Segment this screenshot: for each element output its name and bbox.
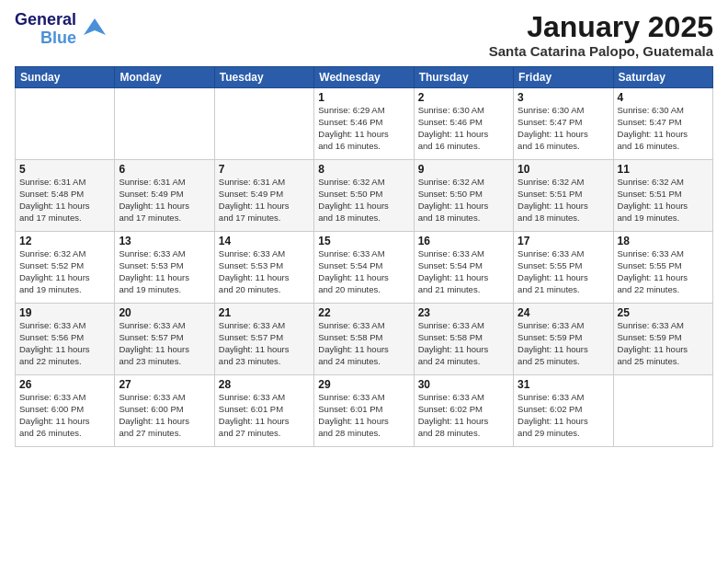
day-number: 12: [19, 235, 110, 247]
calendar-cell: 5Sunrise: 6:31 AMSunset: 5:48 PMDaylight…: [16, 160, 115, 232]
svg-marker-0: [84, 18, 106, 35]
day-number: 17: [518, 235, 609, 247]
day-number: 11: [618, 163, 709, 176]
calendar-body: 1Sunrise: 6:29 AMSunset: 5:46 PMDaylight…: [16, 88, 713, 447]
logo-bird-icon: [82, 17, 108, 42]
weekday-header-wednesday: Wednesday: [314, 67, 414, 88]
title-block: January 2025 Santa Catarina Palopo, Guat…: [489, 11, 713, 59]
page: General Blue January 2025 Santa Catarina…: [0, 0, 728, 563]
weekday-header-friday: Friday: [514, 67, 613, 88]
day-info: Sunrise: 6:33 AMSunset: 6:00 PMDaylight:…: [19, 392, 110, 439]
day-info: Sunrise: 6:33 AMSunset: 5:58 PMDaylight:…: [418, 320, 509, 367]
calendar-cell: 17Sunrise: 6:33 AMSunset: 5:55 PMDayligh…: [514, 232, 613, 304]
weekday-header-tuesday: Tuesday: [214, 67, 313, 88]
day-info: Sunrise: 6:33 AMSunset: 5:56 PMDaylight:…: [19, 320, 110, 367]
day-info: Sunrise: 6:32 AMSunset: 5:51 PMDaylight:…: [518, 177, 609, 224]
calendar-cell: 8Sunrise: 6:32 AMSunset: 5:50 PMDaylight…: [314, 160, 414, 232]
day-number: 26: [19, 378, 110, 391]
day-info: Sunrise: 6:29 AMSunset: 5:46 PMDaylight:…: [318, 105, 409, 152]
day-number: 22: [318, 306, 409, 319]
calendar-cell: 22Sunrise: 6:33 AMSunset: 5:58 PMDayligh…: [314, 304, 414, 375]
day-info: Sunrise: 6:33 AMSunset: 5:57 PMDaylight:…: [219, 320, 310, 367]
day-info: Sunrise: 6:31 AMSunset: 5:49 PMDaylight:…: [119, 177, 210, 224]
calendar-cell: 21Sunrise: 6:33 AMSunset: 5:57 PMDayligh…: [214, 304, 313, 375]
day-number: 1: [318, 91, 409, 104]
calendar-cell: 30Sunrise: 6:33 AMSunset: 6:02 PMDayligh…: [414, 375, 513, 447]
day-info: Sunrise: 6:30 AMSunset: 5:47 PMDaylight:…: [518, 105, 609, 152]
calendar-cell: 20Sunrise: 6:33 AMSunset: 5:57 PMDayligh…: [115, 304, 214, 375]
day-info: Sunrise: 6:33 AMSunset: 5:59 PMDaylight:…: [518, 320, 609, 367]
calendar-cell: 14Sunrise: 6:33 AMSunset: 5:53 PMDayligh…: [214, 232, 313, 304]
calendar-cell: 25Sunrise: 6:33 AMSunset: 5:59 PMDayligh…: [613, 304, 712, 375]
calendar-cell: 6Sunrise: 6:31 AMSunset: 5:49 PMDaylight…: [115, 160, 214, 232]
day-number: 13: [119, 235, 210, 247]
day-number: 21: [219, 306, 310, 319]
weekday-header-row: SundayMondayTuesdayWednesdayThursdayFrid…: [16, 67, 713, 88]
week-row-4: 19Sunrise: 6:33 AMSunset: 5:56 PMDayligh…: [16, 304, 713, 375]
header: General Blue January 2025 Santa Catarina…: [15, 11, 713, 59]
day-number: 18: [618, 235, 709, 247]
day-number: 28: [219, 378, 310, 391]
calendar-cell: 11Sunrise: 6:32 AMSunset: 5:51 PMDayligh…: [613, 160, 712, 232]
day-number: 16: [418, 235, 509, 247]
day-number: 15: [318, 235, 409, 247]
weekday-header-sunday: Sunday: [16, 67, 115, 88]
calendar-cell: 13Sunrise: 6:33 AMSunset: 5:53 PMDayligh…: [115, 232, 214, 304]
week-row-1: 1Sunrise: 6:29 AMSunset: 5:46 PMDaylight…: [16, 88, 713, 160]
calendar-cell: 27Sunrise: 6:33 AMSunset: 6:00 PMDayligh…: [115, 375, 214, 447]
calendar-table: SundayMondayTuesdayWednesdayThursdayFrid…: [15, 66, 713, 447]
day-number: 30: [418, 378, 509, 391]
day-number: 29: [318, 378, 409, 391]
day-number: 5: [19, 163, 110, 176]
calendar-cell: 7Sunrise: 6:31 AMSunset: 5:49 PMDaylight…: [214, 160, 313, 232]
day-info: Sunrise: 6:33 AMSunset: 6:01 PMDaylight:…: [219, 392, 310, 439]
calendar-cell: 1Sunrise: 6:29 AMSunset: 5:46 PMDaylight…: [314, 88, 414, 160]
calendar-cell: 26Sunrise: 6:33 AMSunset: 6:00 PMDayligh…: [16, 375, 115, 447]
calendar-cell: 31Sunrise: 6:33 AMSunset: 6:02 PMDayligh…: [514, 375, 613, 447]
calendar-cell: 28Sunrise: 6:33 AMSunset: 6:01 PMDayligh…: [214, 375, 313, 447]
day-info: Sunrise: 6:33 AMSunset: 6:00 PMDaylight:…: [119, 392, 210, 439]
weekday-header-thursday: Thursday: [414, 67, 513, 88]
day-info: Sunrise: 6:32 AMSunset: 5:52 PMDaylight:…: [19, 248, 110, 295]
day-info: Sunrise: 6:33 AMSunset: 5:59 PMDaylight:…: [618, 320, 709, 367]
calendar-cell: 18Sunrise: 6:33 AMSunset: 5:55 PMDayligh…: [613, 232, 712, 304]
day-number: 31: [518, 378, 609, 391]
day-number: 10: [518, 163, 609, 176]
week-row-2: 5Sunrise: 6:31 AMSunset: 5:48 PMDaylight…: [16, 160, 713, 232]
calendar-cell: 29Sunrise: 6:33 AMSunset: 6:01 PMDayligh…: [314, 375, 414, 447]
day-number: 8: [318, 163, 409, 176]
day-info: Sunrise: 6:33 AMSunset: 5:53 PMDaylight:…: [219, 248, 310, 295]
day-number: 27: [119, 378, 210, 391]
logo: General Blue: [15, 11, 108, 48]
week-row-3: 12Sunrise: 6:32 AMSunset: 5:52 PMDayligh…: [16, 232, 713, 304]
calendar-cell: 19Sunrise: 6:33 AMSunset: 5:56 PMDayligh…: [16, 304, 115, 375]
calendar-cell: 3Sunrise: 6:30 AMSunset: 5:47 PMDaylight…: [514, 88, 613, 160]
day-info: Sunrise: 6:33 AMSunset: 6:02 PMDaylight:…: [418, 392, 509, 439]
day-number: 23: [418, 306, 509, 319]
day-info: Sunrise: 6:32 AMSunset: 5:50 PMDaylight:…: [318, 177, 409, 224]
calendar-cell: 12Sunrise: 6:32 AMSunset: 5:52 PMDayligh…: [16, 232, 115, 304]
day-number: 3: [518, 91, 609, 104]
day-number: 20: [119, 306, 210, 319]
day-info: Sunrise: 6:31 AMSunset: 5:48 PMDaylight:…: [19, 177, 110, 224]
day-info: Sunrise: 6:33 AMSunset: 6:02 PMDaylight:…: [518, 392, 609, 439]
calendar-cell: 9Sunrise: 6:32 AMSunset: 5:50 PMDaylight…: [414, 160, 513, 232]
calendar-cell: [214, 88, 313, 160]
day-info: Sunrise: 6:32 AMSunset: 5:51 PMDaylight:…: [618, 177, 709, 224]
day-info: Sunrise: 6:33 AMSunset: 6:01 PMDaylight:…: [318, 392, 409, 439]
calendar-cell: [16, 88, 115, 160]
calendar-cell: 15Sunrise: 6:33 AMSunset: 5:54 PMDayligh…: [314, 232, 414, 304]
weekday-header-monday: Monday: [115, 67, 214, 88]
day-info: Sunrise: 6:33 AMSunset: 5:53 PMDaylight:…: [119, 248, 210, 295]
day-number: 25: [618, 306, 709, 319]
week-row-5: 26Sunrise: 6:33 AMSunset: 6:00 PMDayligh…: [16, 375, 713, 447]
calendar-cell: 2Sunrise: 6:30 AMSunset: 5:46 PMDaylight…: [414, 88, 513, 160]
day-info: Sunrise: 6:33 AMSunset: 5:55 PMDaylight:…: [518, 248, 609, 295]
day-info: Sunrise: 6:31 AMSunset: 5:49 PMDaylight:…: [219, 177, 310, 224]
calendar-subtitle: Santa Catarina Palopo, Guatemala: [489, 43, 713, 59]
day-info: Sunrise: 6:33 AMSunset: 5:55 PMDaylight:…: [618, 248, 709, 295]
day-info: Sunrise: 6:33 AMSunset: 5:54 PMDaylight:…: [318, 248, 409, 295]
logo-text-blue: Blue: [40, 29, 76, 48]
day-number: 7: [219, 163, 310, 176]
day-info: Sunrise: 6:30 AMSunset: 5:46 PMDaylight:…: [418, 105, 509, 152]
